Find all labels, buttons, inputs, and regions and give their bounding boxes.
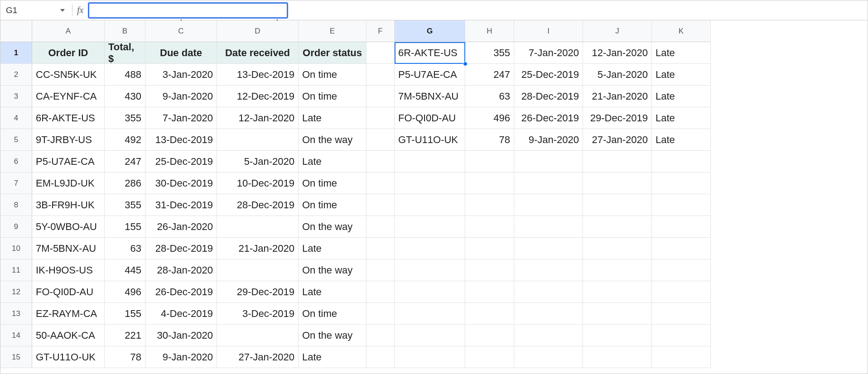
cell-E6[interactable]: Late: [299, 151, 366, 173]
row-header-3[interactable]: 3: [0, 86, 32, 107]
cell-F12[interactable]: [366, 281, 395, 303]
row-header-2[interactable]: 2: [0, 64, 32, 86]
cell-D10[interactable]: 21-Jan-2020: [217, 238, 299, 259]
cell-I9[interactable]: [514, 216, 583, 238]
spreadsheet-grid[interactable]: ABCDEFGHIJK1Order IDTotal, $Due dateDate…: [0, 20, 868, 368]
row-header-14[interactable]: 14: [0, 325, 32, 346]
cell-B11[interactable]: 445: [105, 259, 145, 281]
cell-I12[interactable]: [514, 281, 583, 303]
cell-C2[interactable]: 3-Jan-2020: [145, 64, 217, 86]
cell-K10[interactable]: [652, 238, 711, 259]
cell-E13[interactable]: On time: [299, 303, 366, 325]
cell-G13[interactable]: [395, 303, 465, 325]
column-header-F[interactable]: F: [366, 20, 395, 42]
row-header-13[interactable]: 13: [0, 303, 32, 325]
cell-K2[interactable]: Late: [652, 64, 711, 86]
cell-A14[interactable]: 50-AAOK-CA: [32, 325, 105, 346]
cell-K4[interactable]: Late: [652, 107, 711, 129]
cell-B5[interactable]: 492: [105, 129, 145, 151]
formula-input[interactable]: =FILTER(A2:E15,E2:E15=E4): [88, 2, 288, 19]
cell-H1[interactable]: 355: [465, 42, 514, 64]
cell-F5[interactable]: [366, 129, 395, 151]
row-header-15[interactable]: 15: [0, 346, 32, 368]
cell-J4[interactable]: 29-Dec-2019: [583, 107, 652, 129]
row-header-6[interactable]: 6: [0, 151, 32, 173]
cell-C12[interactable]: 26-Dec-2019: [145, 281, 217, 303]
cell-H5[interactable]: 78: [465, 129, 514, 151]
cell-H10[interactable]: [465, 238, 514, 259]
cell-F10[interactable]: [366, 238, 395, 259]
cell-I13[interactable]: [514, 303, 583, 325]
column-header-B[interactable]: B: [105, 20, 145, 42]
row-header-5[interactable]: 5: [0, 129, 32, 151]
cell-I2[interactable]: 25-Dec-2019: [514, 64, 583, 86]
cell-J12[interactable]: [583, 281, 652, 303]
column-header-K[interactable]: K: [652, 20, 711, 42]
cell-F4[interactable]: [366, 107, 395, 129]
cell-D7[interactable]: 10-Dec-2019: [217, 173, 299, 194]
column-header-E[interactable]: E: [299, 20, 366, 42]
cell-A3[interactable]: CA-EYNF-CA: [32, 86, 105, 107]
cell-D11[interactable]: [217, 259, 299, 281]
cell-A4[interactable]: 6R-AKTE-US: [32, 107, 105, 129]
cell-F2[interactable]: [366, 64, 395, 86]
cell-A2[interactable]: CC-SN5K-UK: [32, 64, 105, 86]
cell-H2[interactable]: 247: [465, 64, 514, 86]
cell-B9[interactable]: 155: [105, 216, 145, 238]
cell-E9[interactable]: On the way: [299, 216, 366, 238]
cell-A6[interactable]: P5-U7AE-CA: [32, 151, 105, 173]
cell-I5[interactable]: 9-Jan-2020: [514, 129, 583, 151]
cell-K13[interactable]: [652, 303, 711, 325]
cell-B14[interactable]: 221: [105, 325, 145, 346]
cell-D8[interactable]: 28-Dec-2019: [217, 194, 299, 216]
cell-K3[interactable]: Late: [652, 86, 711, 107]
name-box[interactable]: G1: [0, 5, 69, 15]
cell-F14[interactable]: [366, 325, 395, 346]
cell-H9[interactable]: [465, 216, 514, 238]
cell-G2[interactable]: P5-U7AE-CA: [395, 64, 465, 86]
cell-H12[interactable]: [465, 281, 514, 303]
cell-A1[interactable]: Order ID: [32, 42, 105, 64]
cell-J6[interactable]: [583, 151, 652, 173]
cell-G12[interactable]: [395, 281, 465, 303]
cell-B3[interactable]: 430: [105, 86, 145, 107]
cell-J15[interactable]: [583, 346, 652, 368]
cell-E15[interactable]: Late: [299, 346, 366, 368]
cell-K14[interactable]: [652, 325, 711, 346]
cell-E3[interactable]: On time: [299, 86, 366, 107]
cell-B12[interactable]: 496: [105, 281, 145, 303]
row-header-11[interactable]: 11: [0, 259, 32, 281]
cell-A9[interactable]: 5Y-0WBO-AU: [32, 216, 105, 238]
cell-H8[interactable]: [465, 194, 514, 216]
cell-B1[interactable]: Total, $: [105, 42, 145, 64]
cell-C7[interactable]: 30-Dec-2019: [145, 173, 217, 194]
name-box-dropdown-icon[interactable]: [60, 9, 65, 12]
cell-A5[interactable]: 9T-JRBY-US: [32, 129, 105, 151]
cell-I8[interactable]: [514, 194, 583, 216]
cell-H14[interactable]: [465, 325, 514, 346]
cell-I1[interactable]: 7-Jan-2020: [514, 42, 583, 64]
cell-B15[interactable]: 78: [105, 346, 145, 368]
cell-C1[interactable]: Due date: [145, 42, 217, 64]
cell-B8[interactable]: 355: [105, 194, 145, 216]
cell-I15[interactable]: [514, 346, 583, 368]
cell-G14[interactable]: [395, 325, 465, 346]
cell-I7[interactable]: [514, 173, 583, 194]
cell-E10[interactable]: Late: [299, 238, 366, 259]
cell-D5[interactable]: [217, 129, 299, 151]
cell-D12[interactable]: 29-Dec-2019: [217, 281, 299, 303]
cell-H15[interactable]: [465, 346, 514, 368]
cell-J9[interactable]: [583, 216, 652, 238]
cell-C13[interactable]: 4-Dec-2019: [145, 303, 217, 325]
cell-C14[interactable]: 30-Jan-2020: [145, 325, 217, 346]
cell-G9[interactable]: [395, 216, 465, 238]
cell-K7[interactable]: [652, 173, 711, 194]
cell-J5[interactable]: 27-Jan-2020: [583, 129, 652, 151]
cell-D2[interactable]: 13-Dec-2019: [217, 64, 299, 86]
row-header-8[interactable]: 8: [0, 194, 32, 216]
cell-D6[interactable]: 5-Jan-2020: [217, 151, 299, 173]
cell-E4[interactable]: Late: [299, 107, 366, 129]
cell-J2[interactable]: 5-Jan-2020: [583, 64, 652, 86]
cell-J10[interactable]: [583, 238, 652, 259]
cell-I3[interactable]: 28-Dec-2019: [514, 86, 583, 107]
